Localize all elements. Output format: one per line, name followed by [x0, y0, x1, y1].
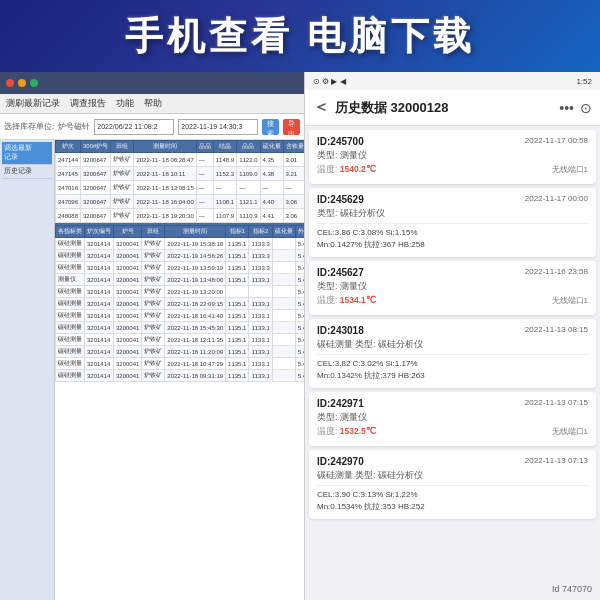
table-row: 碳硅测量32014143200041炉铁矿2022-11-18 12:11:35… [56, 334, 305, 346]
table-cell: 1135.1 [226, 334, 249, 346]
col-header-4: 测量时间 [134, 141, 196, 153]
table-cell [272, 286, 295, 298]
mobile-card[interactable]: ID:245627 2022-11-16 23:58 类型: 测量仪 温度: 1… [309, 261, 596, 315]
table-cell: 2022-11-18 11:20:09 [165, 346, 226, 358]
mobile-card[interactable]: ID:242971 2022-11-13 07:15 类型: 测量仪 温度: 1… [309, 392, 596, 446]
menu-item-2[interactable]: 调查报告 [70, 97, 106, 110]
table-cell: 碳硅测量 [56, 334, 85, 346]
date-start-input[interactable] [94, 119, 174, 135]
table-cell: 1108.1 [213, 195, 236, 209]
table-cell: 3201414 [85, 262, 114, 274]
date-end-input[interactable] [178, 119, 258, 135]
table-row: 测量仪32014143200041炉铁矿2022-11-19 13:48:001… [56, 274, 305, 286]
table-cell [226, 286, 249, 298]
table-cell: 炉铁矿 [142, 298, 165, 310]
card-id: ID:245700 [317, 136, 364, 147]
table-cell [272, 298, 295, 310]
table-cell: — [213, 181, 236, 195]
table-cell: 炉铁矿 [142, 238, 165, 250]
table-cell: 碳硅测量 [56, 286, 85, 298]
table-cell: 炉铁矿 [111, 195, 134, 209]
table-cell: 5.4 [295, 370, 304, 382]
table-cell: 3201414 [85, 358, 114, 370]
back-button[interactable]: ＜ [313, 97, 329, 118]
mobile-more-icon[interactable]: ••• [559, 100, 574, 116]
card-port: 无线端口1 [552, 164, 588, 175]
table-cell: 2022-11-19 13:20:00 [165, 286, 226, 298]
card-id: ID:243018 [317, 325, 364, 336]
card-type: 类型: 测量仪 [317, 412, 588, 424]
table-cell: — [283, 181, 304, 195]
export-button[interactable]: 导出 [283, 119, 300, 135]
card-data2: Mn:0.1534% 抗拉:353 HB:252 [317, 501, 588, 513]
table-cell [272, 322, 295, 334]
table-row: 碳硅测量32014143200041炉铁矿2022-11-19 15:38:18… [56, 238, 305, 250]
table-cell: 2022-11-18 09:31:19 [165, 370, 226, 382]
table-cell: 247016 [56, 181, 81, 195]
menu-item-3[interactable]: 功能 [116, 97, 134, 110]
bottom-table-area[interactable]: 各指标类 炉次编号 炉号 班组 测量时间 指标1 指标2 硫化量 外观 磁铁 [55, 223, 304, 433]
table-cell: 1133.1 [249, 370, 272, 382]
menu-item-1[interactable]: 测刷最新记录 [6, 97, 60, 110]
table-row: 碳硅测量32014143200041炉铁矿2022-11-18 22:09:15… [56, 298, 305, 310]
table-cell: 2022-11- 18 10:11 [134, 167, 196, 181]
mobile-header: ＜ 历史数据 32000128 ••• ⊙ [305, 90, 600, 126]
mobile-card[interactable]: ID:245629 2022-11-17 00:00 类型: 碳硅分析仪CEL:… [309, 188, 596, 257]
table-cell: 2022-11-19 13:59:19 [165, 262, 226, 274]
secondary-table-body: 碳硅测量32014143200041炉铁矿2022-11-19 15:38:18… [56, 238, 305, 382]
table-cell: 炉铁矿 [111, 181, 134, 195]
table-cell: 3200647 [81, 209, 111, 223]
menu-item-4[interactable]: 帮助 [144, 97, 162, 110]
table-cell: 炉铁矿 [111, 167, 134, 181]
table-cell: 247145 [56, 167, 81, 181]
mobile-card[interactable]: ID:242970 2022-11-13 07:13 碳硅测量 类型: 碳硅分析… [309, 450, 596, 519]
desktop-body: 调选最新记录 历史记录 炉次 300#炉号 班组 测量时间 品品 结晶 品品 [0, 140, 304, 600]
right-panel: ⊙ ⚙ ▶ ◀ 1:52 ＜ 历史数据 32000128 ••• ⊙ ID:24… [305, 72, 600, 600]
table-cell: 2022-11-19 13:48:00 [165, 274, 226, 286]
col-header-9: 含铁量 [283, 141, 304, 153]
mobile-card[interactable]: ID:245700 2022-11-17 00:58 类型: 测量仪 温度: 1… [309, 130, 596, 184]
table-cell: 2022-11-18 22:09:15 [165, 298, 226, 310]
card-data: CEL:3.82 C:3.02% Si:1.17% [317, 358, 588, 370]
table-cell: 炉铁矿 [142, 262, 165, 274]
col-header-6: 结晶 [213, 141, 236, 153]
table-cell: 3201414 [85, 238, 114, 250]
window-dot-red [6, 79, 14, 87]
desktop-sidebar: 调选最新记录 历史记录 [0, 140, 55, 600]
table-cell: 1121.1 [237, 195, 260, 209]
table-cell: 2022-11-18 10:47:29 [165, 358, 226, 370]
window-dot-green [30, 79, 38, 87]
mobile-page-title: 历史数据 32000128 [335, 99, 553, 117]
table-cell: 测量仪 [56, 274, 85, 286]
desktop-table-area[interactable]: 炉次 300#炉号 班组 测量时间 品品 结晶 品品 硫化量 含铁量 硫酸铵 镁… [55, 140, 304, 600]
sidebar-item-latest[interactable]: 调选最新记录 [2, 142, 52, 165]
table-cell: 2022-11- 18 19:20:30 [134, 209, 196, 223]
search-button[interactable]: 搜索 [262, 119, 279, 135]
table-cell: 碳硅测量 [56, 238, 85, 250]
table-cell: 碳硅测量 [56, 262, 85, 274]
table-cell: 碳硅测量 [56, 370, 85, 382]
card-id: ID:245627 [317, 267, 364, 278]
table-cell [249, 286, 272, 298]
card-port: 无线端口1 [552, 295, 588, 306]
banner-title: 手机查看 电脑下载 [125, 11, 476, 62]
table-cell: 碳硅测量 [56, 298, 85, 310]
desktop-topbar [0, 72, 304, 94]
table-cell: 碳硅测量 [56, 310, 85, 322]
table-row: 碳硅测量32014143200041炉铁矿2022-11-18 11:20:09… [56, 346, 305, 358]
table-row: 碳硅测量32014143200041炉铁矿2022-11-18 10:47:29… [56, 358, 305, 370]
main-data-table: 炉次 300#炉号 班组 测量时间 品品 结晶 品品 硫化量 含铁量 硫酸铵 镁… [55, 140, 304, 223]
table-cell: 1135.1 [226, 322, 249, 334]
mobile-list[interactable]: ID:245700 2022-11-17 00:58 类型: 测量仪 温度: 1… [305, 126, 600, 600]
card-temp: 1534.1℃ [340, 295, 376, 305]
card-type: 碳硅测量 类型: 碳硅分析仪 [317, 470, 588, 482]
sidebar-item-history[interactable]: 历史记录 [2, 165, 52, 179]
mobile-settings-icon[interactable]: ⊙ [580, 100, 592, 116]
mobile-card[interactable]: ID:243018 2022-11-13 08:15 碳硅测量 类型: 碳硅分析… [309, 319, 596, 388]
table-cell: 2022-11-18 12:11:35 [165, 334, 226, 346]
table-cell: 炉铁矿 [142, 250, 165, 262]
s-col-6: 指标1 [226, 226, 249, 238]
s-col-1: 各指标类 [56, 226, 85, 238]
table-cell: 1135.1 [226, 262, 249, 274]
toolbar-label-heat: 炉号磁针 [58, 121, 90, 132]
